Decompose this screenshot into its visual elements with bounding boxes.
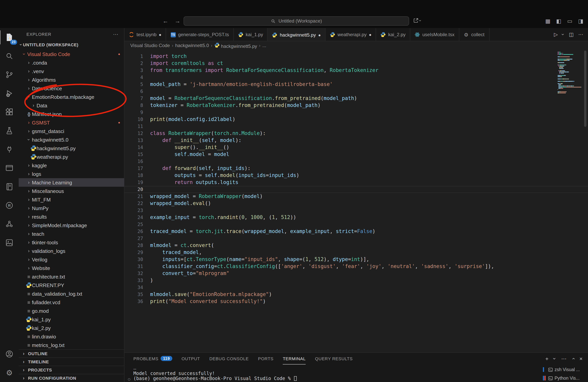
breadcrumb-item[interactable]: Visual Studio Code xyxy=(130,43,170,48)
tree-folder[interactable]: ›hackgwinnett5.0 xyxy=(19,135,124,144)
code-line[interactable]: 5model_path = 'j-hartmann/emotion-englis… xyxy=(125,81,588,88)
editor-scrollbar[interactable] xyxy=(583,50,588,352)
sidebar-section-timeline[interactable]: ›TIMELINE xyxy=(19,358,124,366)
editor-tab[interactable]: ⚙collect xyxy=(459,28,489,41)
panel-tab-query-results[interactable]: QUERY RESULTS xyxy=(315,353,353,364)
toggle-secondary-sidebar-icon[interactable]: ◨ xyxy=(578,16,583,26)
chevron-down-icon[interactable]: › xyxy=(554,356,556,362)
code-line[interactable]: 24example_input = torch.randint(0, 1000,… xyxy=(125,214,588,221)
tree-folder[interactable]: ›Visual Studio Code● xyxy=(19,50,124,58)
workspace-root[interactable]: › UNTITLED (WORKSPACE) xyxy=(19,41,124,49)
activity-settings-gear[interactable]: ⚙ xyxy=(0,363,19,382)
editor-tab[interactable]: useIsMobile.tsx xyxy=(410,28,459,41)
code-line[interactable]: 19 return outputs.logits xyxy=(125,179,588,186)
more-actions-icon[interactable]: ⋯ xyxy=(578,32,583,37)
activity-remote-explorer[interactable] xyxy=(0,140,19,159)
tree-file[interactable]: ≡linn.drawio xyxy=(19,332,124,341)
code-line[interactable]: 16 xyxy=(125,158,588,165)
code-line[interactable]: 31 classifier_config=ct.ClassifierConfig… xyxy=(125,263,588,270)
sidebar-section-projects[interactable]: ›PROJECTS xyxy=(19,366,124,374)
panel-tab-terminal[interactable]: TERMINAL xyxy=(283,353,306,364)
terminal[interactable]: …Model converted successfully!○(base) ge… xyxy=(125,364,543,382)
tree-file[interactable]: ≡architecture.txt xyxy=(19,272,124,281)
customize-layout-icon[interactable]: ▦ xyxy=(545,16,550,26)
tree-file[interactable]: ≡data_validation_log.txt xyxy=(19,289,124,298)
editor-tab[interactable]: weatherapi.py● xyxy=(326,28,376,41)
activity-data-wrangler[interactable] xyxy=(0,233,19,252)
code-line[interactable]: 3from transformers import RobertaForSequ… xyxy=(125,67,588,74)
code-line[interactable]: 21wrapped_model = RobertaWrapper(model) xyxy=(125,193,588,200)
code-line[interactable]: 1import torch xyxy=(125,53,588,60)
activity-search[interactable] xyxy=(0,47,19,65)
tree-file[interactable]: CURRENT.PY xyxy=(19,281,124,289)
activity-extensions[interactable] xyxy=(0,103,19,121)
code-line[interactable]: 23 xyxy=(125,207,588,214)
publish-icon[interactable]: › xyxy=(413,18,421,23)
tree-folder[interactable]: ›Data xyxy=(19,101,124,110)
tree-file[interactable]: kai_1.py xyxy=(19,315,124,324)
code-line[interactable]: 25 xyxy=(125,221,588,228)
editor-tab[interactable]: kai_2.py xyxy=(376,28,410,41)
terminal-tab[interactable]: Python Vis... xyxy=(543,374,588,382)
tree-file[interactable]: ≡fulladder.vcd xyxy=(19,298,124,307)
code-line[interactable]: 26traced_model = torch.jit.trace(wrapped… xyxy=(125,228,588,235)
code-line[interactable]: 36print("Model converted successfully!") xyxy=(125,298,588,305)
activity-notebook[interactable] xyxy=(0,177,19,196)
code-line[interactable]: 15 self.model = model xyxy=(125,151,588,158)
minimap[interactable] xyxy=(558,52,582,94)
code-line[interactable]: 4 xyxy=(125,74,588,81)
activity-organization[interactable] xyxy=(0,215,19,233)
tree-folder[interactable]: ›Website xyxy=(19,264,124,272)
code-line[interactable]: 29 traced_model, xyxy=(125,249,588,256)
tree-file[interactable]: hackgwinnett5.py xyxy=(19,144,124,152)
code-line[interactable]: 34 xyxy=(125,284,588,291)
code-line[interactable]: 22wrapped_model.eval() xyxy=(125,200,588,207)
tree-file[interactable]: weatherapi.py xyxy=(19,152,124,161)
tree-folder[interactable]: ›SimpleModel.mlpackage xyxy=(19,221,124,230)
code-line[interactable]: 9 xyxy=(125,109,588,116)
code-line[interactable]: 28mlmodel = ct.convert( xyxy=(125,242,588,249)
arrow-right-icon[interactable]: → xyxy=(175,16,180,26)
activity-live-preview[interactable] xyxy=(0,159,19,177)
panel-tab-ports[interactable]: PORTS xyxy=(258,353,273,364)
tree-folder[interactable]: ›.venv xyxy=(19,67,124,75)
tree-folder[interactable]: ›results xyxy=(19,212,124,221)
code-line[interactable]: 18 outputs = self.model(input_ids=input_… xyxy=(125,172,588,179)
editor-tab[interactable]: TSgenerate-steps_POST.ts xyxy=(166,28,233,41)
chevron-down-icon[interactable]: › xyxy=(563,32,564,37)
close-panel-icon[interactable]: × xyxy=(579,356,583,362)
code-line[interactable]: 11 xyxy=(125,123,588,130)
terminal-tab[interactable]: zsh Visual ... xyxy=(543,365,588,374)
panel-tab-debug-console[interactable]: DEBUG CONSOLE xyxy=(210,353,249,364)
code-line[interactable]: 10print(model.config.id2label) xyxy=(125,116,588,123)
panel-tab-output[interactable]: OUTPUT xyxy=(181,353,200,364)
arrow-left-icon[interactable]: ← xyxy=(163,16,168,26)
activity-r-tools[interactable]: R xyxy=(0,196,19,215)
tree-folder[interactable]: ›Machine Learning xyxy=(19,178,124,187)
breadcrumb-item[interactable]: hackgwinnett5.py xyxy=(214,42,257,49)
tree-folder[interactable]: ›kaggle xyxy=(19,161,124,170)
editor-tab[interactable]: test.ipynb● xyxy=(125,28,166,41)
code-line[interactable]: 35mlmodel.save("EmotionRoberta.mlpackage… xyxy=(125,291,588,298)
code-line[interactable]: 17 def forward(self, input_ids): xyxy=(125,165,588,172)
code-line[interactable]: 30 inputs=[ct.TensorType(name="input_ids… xyxy=(125,256,588,263)
tree-folder[interactable]: ›Algorithms xyxy=(19,75,124,84)
code-line[interactable]: 2import coremltools as ct xyxy=(125,60,588,67)
tree-folder[interactable]: ›logs xyxy=(19,170,124,178)
tree-folder[interactable]: ›gsmst_datasci xyxy=(19,127,124,135)
code-line[interactable]: 8tokenizer = RobertaTokenizer.from_pretr… xyxy=(125,102,588,109)
activity-explorer[interactable]: 23 xyxy=(0,28,19,47)
tree-folder[interactable]: ›NumPy xyxy=(19,204,124,212)
tree-folder[interactable]: ›teach xyxy=(19,230,124,238)
sidebar-section-run-configuration[interactable]: ›RUN CONFIGURATION xyxy=(19,374,124,382)
code-line[interactable]: 32 convert_to="mlprogram" xyxy=(125,270,588,277)
code-line[interactable]: 6 xyxy=(125,88,588,95)
tree-folder[interactable]: ›Miscellaneous xyxy=(19,187,124,195)
breadcrumb-item[interactable]: hackgwinnett5.0 xyxy=(175,43,209,48)
tree-folder[interactable]: ›Verilog xyxy=(19,255,124,264)
editor-tab[interactable]: kai_1.py xyxy=(234,28,268,41)
toggle-sidebar-icon[interactable]: ◧ xyxy=(556,16,561,26)
toggle-panel-icon[interactable]: ▭ xyxy=(567,16,572,26)
editor-tab[interactable]: hackgwinnett5.py● xyxy=(268,28,326,41)
code-line[interactable]: 13 def __init__(self, model): xyxy=(125,137,588,144)
